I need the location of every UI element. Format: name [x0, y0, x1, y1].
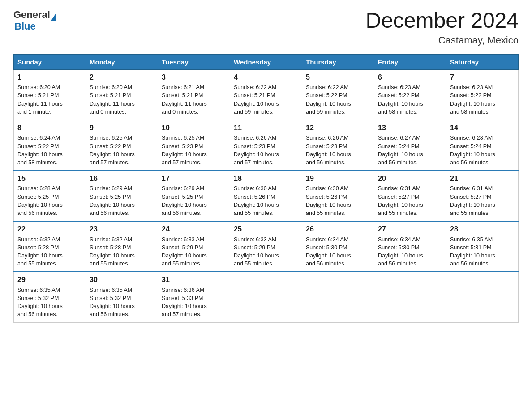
day-info: Sunrise: 6:28 AMSunset: 5:25 PMDaylight:…	[17, 185, 63, 216]
calendar-cell: 7Sunrise: 6:23 AMSunset: 5:22 PMDaylight…	[446, 69, 519, 120]
day-number: 7	[450, 73, 515, 82]
day-info: Sunrise: 6:22 AMSunset: 5:21 PMDaylight:…	[234, 84, 279, 115]
calendar-cell	[302, 272, 374, 322]
day-number: 11	[234, 123, 298, 133]
day-info: Sunrise: 6:35 AMSunset: 5:31 PMDaylight:…	[450, 236, 495, 267]
day-number: 24	[162, 224, 226, 234]
calendar-cell: 2Sunrise: 6:20 AMSunset: 5:21 PMDaylight…	[86, 69, 158, 120]
calendar-header-row: SundayMondayTuesdayWednesdayThursdayFrid…	[14, 54, 519, 69]
day-info: Sunrise: 6:29 AMSunset: 5:25 PMDaylight:…	[162, 185, 207, 216]
day-number: 3	[162, 73, 226, 82]
day-number: 12	[306, 123, 370, 133]
day-number: 22	[17, 224, 82, 234]
calendar-week-3: 15Sunrise: 6:28 AMSunset: 5:25 PMDayligh…	[14, 171, 519, 221]
calendar-cell: 25Sunrise: 6:33 AMSunset: 5:29 PMDayligh…	[230, 221, 302, 272]
calendar-title: December 2024	[365, 9, 519, 33]
day-info: Sunrise: 6:25 AMSunset: 5:22 PMDaylight:…	[90, 135, 135, 166]
calendar-cell: 22Sunrise: 6:32 AMSunset: 5:28 PMDayligh…	[14, 221, 86, 272]
calendar-cell: 24Sunrise: 6:33 AMSunset: 5:29 PMDayligh…	[158, 221, 230, 272]
calendar-cell: 23Sunrise: 6:32 AMSunset: 5:28 PMDayligh…	[86, 221, 158, 272]
calendar-week-1: 1Sunrise: 6:20 AMSunset: 5:21 PMDaylight…	[14, 69, 519, 120]
calendar-cell: 31Sunrise: 6:36 AMSunset: 5:33 PMDayligh…	[158, 272, 230, 322]
title-block: December 2024 Castamay, Mexico	[365, 9, 519, 46]
calendar-cell: 16Sunrise: 6:29 AMSunset: 5:25 PMDayligh…	[86, 171, 158, 221]
calendar-cell: 14Sunrise: 6:28 AMSunset: 5:24 PMDayligh…	[446, 120, 519, 171]
day-info: Sunrise: 6:34 AMSunset: 5:30 PMDaylight:…	[378, 236, 423, 267]
calendar-cell: 19Sunrise: 6:30 AMSunset: 5:26 PMDayligh…	[302, 171, 374, 221]
page-header: General Blue December 2024 Castamay, Mex…	[13, 9, 519, 46]
calendar-cell: 9Sunrise: 6:25 AMSunset: 5:22 PMDaylight…	[86, 120, 158, 171]
day-number: 18	[234, 174, 298, 184]
day-number: 17	[162, 174, 226, 184]
day-info: Sunrise: 6:34 AMSunset: 5:30 PMDaylight:…	[306, 236, 351, 267]
calendar-cell: 4Sunrise: 6:22 AMSunset: 5:21 PMDaylight…	[230, 69, 302, 120]
day-number: 5	[306, 73, 370, 82]
calendar-cell: 1Sunrise: 6:20 AMSunset: 5:21 PMDaylight…	[14, 69, 86, 120]
header-sunday: Sunday	[14, 54, 86, 69]
day-number: 1	[17, 73, 82, 82]
day-number: 27	[378, 224, 442, 234]
day-number: 15	[17, 174, 82, 184]
day-number: 16	[90, 174, 154, 184]
calendar-cell: 15Sunrise: 6:28 AMSunset: 5:25 PMDayligh…	[14, 171, 86, 221]
logo-general: General	[13, 9, 50, 21]
day-number: 30	[90, 275, 154, 285]
calendar-cell: 13Sunrise: 6:27 AMSunset: 5:24 PMDayligh…	[374, 120, 446, 171]
day-info: Sunrise: 6:26 AMSunset: 5:23 PMDaylight:…	[306, 135, 351, 166]
day-info: Sunrise: 6:29 AMSunset: 5:25 PMDaylight:…	[90, 185, 135, 216]
header-tuesday: Tuesday	[158, 54, 230, 69]
day-number: 31	[162, 275, 226, 285]
day-info: Sunrise: 6:32 AMSunset: 5:28 PMDaylight:…	[90, 236, 135, 267]
day-info: Sunrise: 6:28 AMSunset: 5:24 PMDaylight:…	[450, 135, 495, 166]
day-info: Sunrise: 6:24 AMSunset: 5:22 PMDaylight:…	[17, 135, 63, 166]
day-number: 13	[378, 123, 442, 133]
calendar-subtitle: Castamay, Mexico	[365, 34, 519, 46]
day-info: Sunrise: 6:25 AMSunset: 5:23 PMDaylight:…	[162, 135, 207, 166]
day-info: Sunrise: 6:20 AMSunset: 5:21 PMDaylight:…	[90, 84, 135, 115]
logo-blue: Blue	[14, 21, 36, 32]
day-number: 6	[378, 73, 442, 82]
calendar-cell: 5Sunrise: 6:22 AMSunset: 5:22 PMDaylight…	[302, 69, 374, 120]
day-number: 14	[450, 123, 515, 133]
day-number: 21	[450, 174, 515, 184]
day-info: Sunrise: 6:31 AMSunset: 5:27 PMDaylight:…	[378, 185, 423, 216]
day-info: Sunrise: 6:30 AMSunset: 5:26 PMDaylight:…	[234, 185, 279, 216]
calendar-cell: 26Sunrise: 6:34 AMSunset: 5:30 PMDayligh…	[302, 221, 374, 272]
day-info: Sunrise: 6:32 AMSunset: 5:28 PMDaylight:…	[17, 236, 63, 267]
day-info: Sunrise: 6:23 AMSunset: 5:22 PMDaylight:…	[450, 84, 495, 115]
header-thursday: Thursday	[302, 54, 374, 69]
day-info: Sunrise: 6:33 AMSunset: 5:29 PMDaylight:…	[234, 236, 279, 267]
day-info: Sunrise: 6:33 AMSunset: 5:29 PMDaylight:…	[162, 236, 207, 267]
day-number: 20	[378, 174, 442, 184]
day-info: Sunrise: 6:27 AMSunset: 5:24 PMDaylight:…	[378, 135, 423, 166]
calendar-cell	[230, 272, 302, 322]
calendar-cell: 12Sunrise: 6:26 AMSunset: 5:23 PMDayligh…	[302, 120, 374, 171]
calendar-cell: 3Sunrise: 6:21 AMSunset: 5:21 PMDaylight…	[158, 69, 230, 120]
calendar-week-4: 22Sunrise: 6:32 AMSunset: 5:28 PMDayligh…	[14, 221, 519, 272]
header-monday: Monday	[86, 54, 158, 69]
day-info: Sunrise: 6:23 AMSunset: 5:22 PMDaylight:…	[378, 84, 423, 115]
calendar-cell: 18Sunrise: 6:30 AMSunset: 5:26 PMDayligh…	[230, 171, 302, 221]
calendar-week-2: 8Sunrise: 6:24 AMSunset: 5:22 PMDaylight…	[14, 120, 519, 171]
day-info: Sunrise: 6:35 AMSunset: 5:32 PMDaylight:…	[17, 287, 63, 318]
calendar-cell: 28Sunrise: 6:35 AMSunset: 5:31 PMDayligh…	[446, 221, 519, 272]
calendar-cell: 20Sunrise: 6:31 AMSunset: 5:27 PMDayligh…	[374, 171, 446, 221]
day-number: 9	[90, 123, 154, 133]
day-info: Sunrise: 6:30 AMSunset: 5:26 PMDaylight:…	[306, 185, 351, 216]
day-number: 23	[90, 224, 154, 234]
day-number: 19	[306, 174, 370, 184]
day-info: Sunrise: 6:36 AMSunset: 5:33 PMDaylight:…	[162, 287, 207, 318]
day-info: Sunrise: 6:20 AMSunset: 5:21 PMDaylight:…	[17, 84, 63, 115]
day-number: 10	[162, 123, 226, 133]
header-wednesday: Wednesday	[230, 54, 302, 69]
calendar-cell: 21Sunrise: 6:31 AMSunset: 5:27 PMDayligh…	[446, 171, 519, 221]
calendar-cell	[446, 272, 519, 322]
calendar-cell: 29Sunrise: 6:35 AMSunset: 5:32 PMDayligh…	[14, 272, 86, 322]
day-number: 4	[234, 73, 298, 82]
day-number: 25	[234, 224, 298, 234]
day-number: 29	[17, 275, 82, 285]
calendar-cell: 8Sunrise: 6:24 AMSunset: 5:22 PMDaylight…	[14, 120, 86, 171]
header-saturday: Saturday	[446, 54, 519, 69]
day-info: Sunrise: 6:31 AMSunset: 5:27 PMDaylight:…	[450, 185, 495, 216]
day-info: Sunrise: 6:35 AMSunset: 5:32 PMDaylight:…	[90, 287, 135, 318]
